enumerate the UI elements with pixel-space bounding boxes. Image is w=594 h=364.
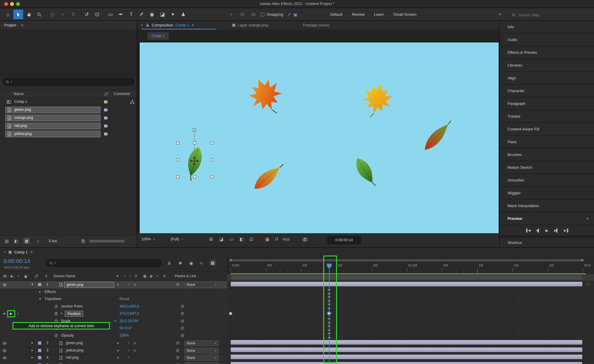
panel-tab-audio[interactable]: Audio [500, 34, 594, 46]
panel-tab-libraries[interactable]: Libraries [500, 59, 594, 71]
frame-blending-toggle-icon[interactable]: ❖ [178, 261, 182, 266]
chart-icon[interactable]: ▦ [210, 260, 215, 265]
collapse-column-icon[interactable]: ☼ [123, 274, 126, 278]
expander-icon[interactable]: ▸ [31, 363, 33, 364]
exposure-value[interactable]: +0,0 [282, 237, 289, 242]
pen-tool-button[interactable]: ✒ [116, 10, 126, 19]
lock-icon[interactable] [24, 274, 28, 278]
pick-whip-icon[interactable]: @ [181, 326, 184, 330]
layer-bar-3[interactable] [231, 347, 582, 352]
current-timecode[interactable]: 0:00:00:14 [4, 258, 30, 264]
expander-icon[interactable]: ▸ [31, 348, 33, 352]
play-button[interactable]: ▶ [546, 228, 549, 233]
expander-icon[interactable]: ▸ [31, 355, 33, 359]
dolly-camera-tool-button[interactable]: ⇕ [68, 10, 78, 19]
project-tab-label[interactable]: Project [4, 23, 16, 27]
panel-tab-content-aware-fill[interactable]: Content-Aware Fill [500, 123, 594, 135]
choose-grid-icon[interactable]: ⊞ [209, 237, 213, 242]
property-value[interactable]: 374,0,647,0 [119, 311, 139, 316]
pick-whip-icon[interactable]: @ [176, 355, 179, 360]
work-area-bar[interactable] [231, 275, 582, 280]
next-keyframe-button[interactable]: ▶ [17, 312, 19, 315]
world-axis-mode-button[interactable]: ⊞ [237, 10, 247, 19]
snap-along-edges-icon[interactable]: ↗ [287, 12, 291, 17]
timeline-search-field[interactable]: ▾ [46, 259, 161, 267]
composition-viewport[interactable] [140, 42, 499, 233]
shy-switch[interactable]: ♠ [117, 356, 119, 359]
graph-editor-icon[interactable]: ∿ [200, 261, 204, 266]
position-row[interactable]: ◀ ▶ ∿ Position 374,0,647,0 @ [0, 310, 227, 318]
parent-dropdown[interactable]: None ∨ [184, 348, 219, 354]
reset-exposure-icon[interactable]: ↺ [275, 237, 278, 242]
project-item-name[interactable]: orange.png [14, 116, 33, 120]
tab-label[interactable]: Footage (none) [303, 23, 330, 27]
shy-switch[interactable]: ♠ [117, 341, 119, 345]
project-row-comp[interactable]: Comp 1 [0, 98, 137, 106]
last-frame-button[interactable]: ▶▐ [564, 229, 568, 232]
panel-tab-effects-presets[interactable]: Effects & Presets [500, 46, 594, 59]
quality-switch[interactable]: \ [128, 283, 129, 286]
layer-row-3[interactable]: ▸ 3 yellow.png ♠ \ fx @ None ∨ [0, 347, 227, 354]
mini-flowchart-icon[interactable]: ⋔ [167, 261, 171, 266]
tab-label[interactable]: Layer orange.png [238, 23, 268, 27]
project-search-field[interactable]: ▾ [2, 78, 134, 86]
pick-whip-icon[interactable]: @ [176, 348, 179, 352]
layer-bar-1[interactable] [231, 282, 582, 286]
waveform-icon[interactable]: ♫ [36, 239, 40, 243]
layer-color-swatch[interactable] [38, 341, 42, 345]
quality-switch[interactable]: \ [128, 341, 129, 345]
project-item-name[interactable]: green.png [14, 108, 31, 112]
fx-column-icon[interactable]: fx [135, 274, 137, 278]
project-item-name[interactable]: yellow.png [14, 132, 31, 136]
previous-keyframe-button[interactable]: ◀ [3, 312, 5, 315]
pick-whip-icon[interactable]: @ [181, 304, 184, 308]
panel-menu-icon[interactable]: ≡ [586, 216, 589, 221]
tab-composition[interactable]: × Composition Comp 1 ≡ [141, 21, 194, 29]
project-row-footage[interactable]: red.png [0, 122, 137, 130]
show-channel-icon[interactable] [265, 237, 269, 242]
layer-name[interactable]: yellow.png [66, 348, 83, 352]
icon-view-icon[interactable]: ▦ [24, 238, 29, 243]
source-name-column-header[interactable]: Source Name [53, 274, 75, 278]
number-column-header[interactable]: # [45, 274, 47, 278]
label-color-chip[interactable] [104, 124, 108, 128]
panel-tab-brushes[interactable]: Brushes [500, 149, 594, 161]
resolution-dropdown[interactable]: (Full) ∨ [171, 237, 183, 241]
first-frame-button[interactable]: ▌◀ [526, 229, 530, 232]
navigator-end-handle[interactable] [581, 259, 584, 261]
zoom-value[interactable]: 100% [141, 237, 151, 241]
project-item-name[interactable]: red.png [14, 124, 27, 128]
pick-whip-icon[interactable]: @ [176, 341, 179, 345]
home-button[interactable]: ⌂ [3, 10, 13, 19]
panel-tab-shortcut[interactable]: Shortcut [500, 238, 594, 247]
parent-dropdown[interactable]: None ∨ [184, 282, 219, 288]
panel-tab-info[interactable]: Info [500, 21, 594, 33]
transparency-grid-icon[interactable]: ◧ [240, 237, 244, 242]
workspace-learn[interactable]: Learn [369, 12, 389, 17]
quality-column-icon[interactable]: \ [130, 274, 130, 278]
opacity-row[interactable]: Opacity 100% @ [0, 332, 227, 340]
puppet-pin-tool-button[interactable]: ♟ [178, 10, 188, 19]
close-icon[interactable]: × [4, 250, 6, 254]
subtab-label[interactable]: Comp 1 [152, 34, 165, 38]
tab-label-prefix[interactable]: Composition [152, 23, 173, 27]
snapping-checkbox[interactable] [261, 13, 264, 16]
timeline-tab[interactable]: × Comp 1 ≡ [4, 248, 33, 256]
help-search-field[interactable] [512, 11, 589, 18]
close-icon[interactable]: × [141, 23, 143, 27]
shy-column-icon[interactable]: ♠ [116, 274, 118, 278]
threed-column-icon[interactable]: ⊘ [163, 274, 166, 278]
project-item-name[interactable]: Comp 1 [14, 100, 27, 104]
fx-switch[interactable]: fx [134, 341, 136, 345]
group-label[interactable]: Effects [45, 290, 56, 294]
property-label[interactable]: Opacity [61, 333, 74, 338]
layer-color-swatch[interactable] [38, 283, 42, 286]
parent-dropdown[interactable]: None ∨ [184, 340, 219, 346]
panel-tab-tracker[interactable]: Tracker [500, 110, 594, 122]
pick-whip-icon[interactable]: @ [181, 319, 184, 323]
frame-blend-column-icon[interactable]: ▦ [143, 274, 146, 278]
eye-icon[interactable] [2, 356, 7, 360]
panel-tab-character[interactable]: Character [500, 85, 594, 97]
property-value[interactable]: 0x+0,0° [119, 326, 132, 330]
layer-row-1[interactable]: ▾ 1 green.png ♠ \ fx @ None ∨ [0, 281, 227, 289]
